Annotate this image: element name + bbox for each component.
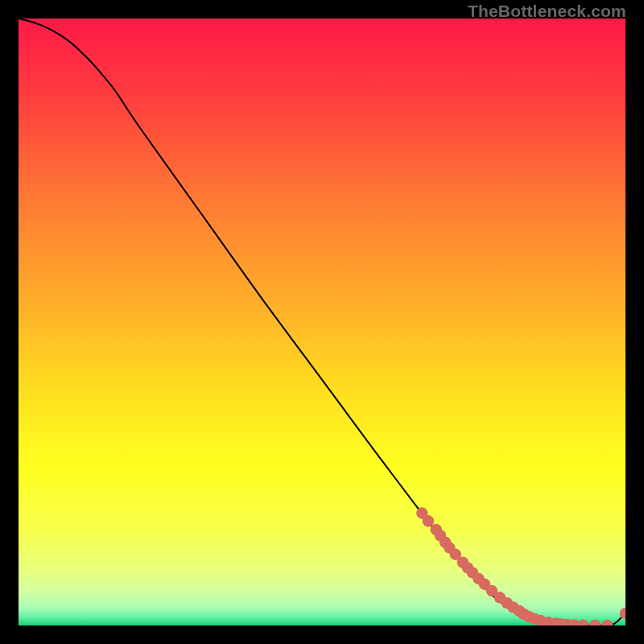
scatter-point xyxy=(423,515,434,526)
chart-background xyxy=(19,19,625,625)
chart-stage: TheBottleneck.com xyxy=(0,0,644,644)
chart-svg xyxy=(19,19,625,625)
chart-plot-area xyxy=(19,19,625,625)
